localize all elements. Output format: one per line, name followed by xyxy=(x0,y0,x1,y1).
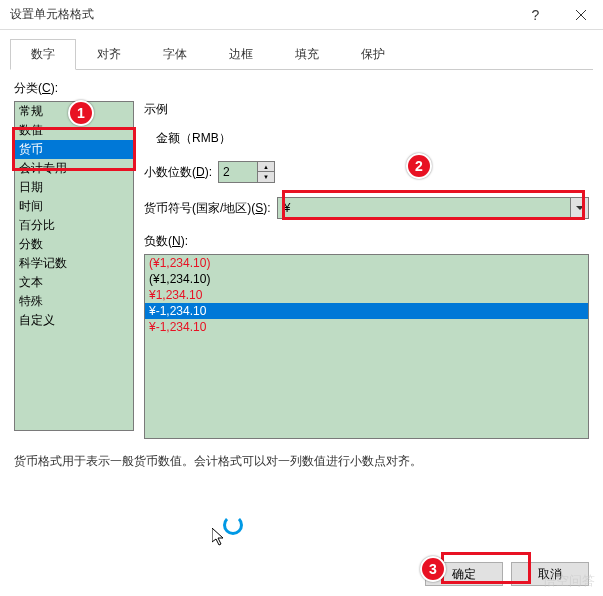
decimal-spinner[interactable]: ▲ ▼ xyxy=(218,161,275,183)
tab-protection[interactable]: 保护 xyxy=(340,39,406,70)
category-item-scientific[interactable]: 科学记数 xyxy=(15,254,133,273)
decimal-label: 小数位数(D): xyxy=(144,164,212,181)
tab-number[interactable]: 数字 xyxy=(10,39,76,70)
chevron-down-icon[interactable] xyxy=(570,198,588,218)
negative-item[interactable]: ¥1,234.10 xyxy=(145,287,588,303)
negative-item[interactable]: ¥-1,234.10 xyxy=(145,319,588,335)
svg-marker-2 xyxy=(576,206,584,210)
category-item-date[interactable]: 日期 xyxy=(15,178,133,197)
titlebar: 设置单元格格式 ? xyxy=(0,0,603,30)
category-item-time[interactable]: 时间 xyxy=(15,197,133,216)
negative-item[interactable]: (¥1,234.10) xyxy=(145,271,588,287)
decimal-down-button[interactable]: ▼ xyxy=(258,172,274,182)
example-label: 示例 xyxy=(144,101,589,118)
negative-list[interactable]: (¥1,234.10) (¥1,234.10) ¥1,234.10 ¥-1,23… xyxy=(144,254,589,439)
help-button[interactable]: ? xyxy=(513,0,558,30)
negative-item[interactable]: ¥-1,234.10 xyxy=(145,303,588,319)
category-label: 分类(C): xyxy=(14,80,589,97)
category-item-text[interactable]: 文本 xyxy=(15,273,133,292)
tabs: 数字 对齐 字体 边框 填充 保护 xyxy=(10,38,593,70)
symbol-label: 货币符号(国家/地区)(S): xyxy=(144,200,271,217)
category-item-currency[interactable]: 货币 xyxy=(15,140,133,159)
category-item-general[interactable]: 常规 xyxy=(15,102,133,121)
category-list[interactable]: 常规 数值 货币 会计专用 日期 时间 百分比 分数 科学记数 文本 特殊 自定… xyxy=(14,101,134,431)
category-item-special[interactable]: 特殊 xyxy=(15,292,133,311)
tab-font[interactable]: 字体 xyxy=(142,39,208,70)
svg-marker-3 xyxy=(212,528,223,545)
ok-button[interactable]: 确定 xyxy=(425,562,503,586)
tab-fill[interactable]: 填充 xyxy=(274,39,340,70)
category-item-number[interactable]: 数值 xyxy=(15,121,133,140)
category-item-custom[interactable]: 自定义 xyxy=(15,311,133,330)
close-button[interactable] xyxy=(558,0,603,30)
format-description: 货币格式用于表示一般货币数值。会计格式可以对一列数值进行小数点对齐。 xyxy=(14,453,589,470)
negative-label: 负数(N): xyxy=(144,233,589,250)
negative-item[interactable]: (¥1,234.10) xyxy=(145,255,588,271)
example-value: 金额（RMB） xyxy=(156,130,589,147)
symbol-select[interactable]: ¥ xyxy=(277,197,589,219)
loading-spinner-icon xyxy=(223,515,243,535)
cancel-button[interactable]: 取消 xyxy=(511,562,589,586)
category-item-accounting[interactable]: 会计专用 xyxy=(15,159,133,178)
tab-alignment[interactable]: 对齐 xyxy=(76,39,142,70)
category-item-percentage[interactable]: 百分比 xyxy=(15,216,133,235)
category-item-fraction[interactable]: 分数 xyxy=(15,235,133,254)
decimal-up-button[interactable]: ▲ xyxy=(258,162,274,172)
symbol-value: ¥ xyxy=(278,198,570,218)
window-title: 设置单元格格式 xyxy=(10,6,513,23)
cursor-icon xyxy=(212,528,228,551)
tab-border[interactable]: 边框 xyxy=(208,39,274,70)
decimal-input[interactable] xyxy=(219,162,257,182)
